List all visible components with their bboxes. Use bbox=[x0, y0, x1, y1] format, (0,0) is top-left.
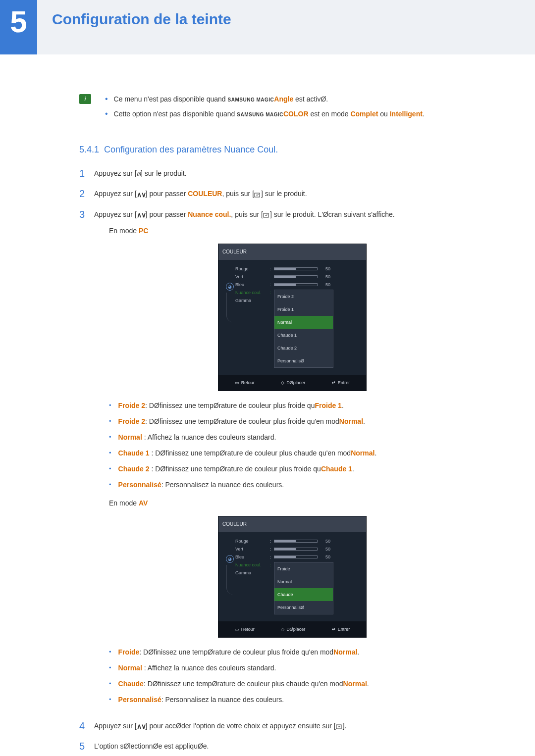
palette-icon: ◕ bbox=[226, 283, 234, 291]
osd-couleur-pc: COULEUR ◕ Rouge:50 Vert:50 Bleu:50 Nuanc… bbox=[218, 244, 367, 391]
chapter-title: Configuration de la teinte bbox=[37, 0, 231, 28]
osd-option: Froide 1 bbox=[274, 303, 333, 316]
osd-enter-hint: Entrer bbox=[332, 377, 350, 389]
up-down-key-icon bbox=[137, 209, 146, 221]
bullet-icon: • bbox=[109, 647, 111, 657]
bullet-icon: • bbox=[109, 662, 111, 673]
osd-option: Normal bbox=[274, 575, 333, 588]
definition-term: Froide 2 bbox=[118, 402, 145, 409]
enter-key-icon bbox=[336, 720, 343, 732]
osd-footer: Retour DØplacer Entrer bbox=[218, 375, 366, 391]
note-availability-1: i • Ce menu n'est pas disponible quand S… bbox=[79, 94, 490, 105]
chapter-number-badge: 5 bbox=[0, 0, 37, 54]
bullet-icon: • bbox=[109, 463, 111, 474]
osd-dropdown-pc: Froide 2Froide 1NormalChaude 1Chaude 2Pe… bbox=[274, 290, 333, 368]
definition-term: Froide bbox=[118, 648, 140, 656]
palette-icon: ◕ bbox=[226, 555, 234, 563]
definitions-av: •Froide: DØfinissez une tempØrature de c… bbox=[109, 647, 490, 705]
step-5: 5 L'option sØlectionnØe est appliquØe. bbox=[79, 740, 490, 752]
enter-key-icon bbox=[263, 209, 270, 221]
bullet-icon: • bbox=[109, 694, 111, 705]
bullet-icon: • bbox=[109, 416, 111, 427]
osd-dropdown-av: FroideNormalChaudePersonnalisØ bbox=[274, 562, 333, 614]
menu-key-icon: m bbox=[137, 168, 141, 180]
osd-enter-hint: Entrer bbox=[332, 623, 350, 635]
definition-item: •Personnalisé: Personnalisez la nuance d… bbox=[109, 694, 490, 705]
definition-term: Normal bbox=[118, 664, 142, 672]
definition-item: •Chaude 2 : DØfinissez une tempØrature d… bbox=[109, 463, 490, 474]
osd-return-hint: Retour bbox=[235, 377, 255, 389]
definition-item: •Chaude: DØfinissez une tempØrature de c… bbox=[109, 678, 490, 689]
osd-option: Chaude 1 bbox=[274, 329, 333, 342]
bullet-icon: • bbox=[109, 479, 111, 490]
osd-footer: Retour DØplacer Entrer bbox=[218, 621, 366, 637]
definition-term: Normal bbox=[118, 433, 142, 441]
definition-term: Chaude 2 bbox=[118, 465, 150, 473]
osd-title: COULEUR bbox=[218, 516, 366, 532]
step-3: 3 Appuyez sur [] pour passer Nuance coul… bbox=[79, 208, 490, 712]
bullet-icon: • bbox=[105, 94, 108, 104]
osd-return-hint: Retour bbox=[235, 623, 255, 635]
osd-option: Chaude bbox=[274, 588, 333, 601]
section-title: Configuration des paramètres Nuance Coul… bbox=[104, 145, 278, 155]
definition-item: •Froide 2: DØfinissez une tempØrature de… bbox=[109, 400, 490, 411]
up-down-key-icon bbox=[137, 720, 146, 732]
definition-term: Froide 2 bbox=[118, 417, 145, 425]
osd-option: PersonnalisØ bbox=[274, 601, 333, 614]
step-2: 2 Appuyez sur [] pour passer COULEUR, pu… bbox=[79, 188, 490, 200]
chapter-header: 5 Configuration de la teinte bbox=[0, 0, 535, 54]
osd-couleur-av: COULEUR ◕ Rouge:50 Vert:50 Bleu:50 Nuanc… bbox=[218, 516, 367, 638]
osd-option: Froide bbox=[274, 562, 333, 575]
definition-item: •Froide: DØfinissez une tempØrature de c… bbox=[109, 647, 490, 657]
bullet-icon: • bbox=[109, 448, 111, 458]
definition-term: Chaude bbox=[118, 680, 144, 688]
note-availability-2: i • Cette option n'est pas disponible qu… bbox=[79, 109, 490, 120]
samsung-magic-brand: SAMSUNG MAGIC bbox=[228, 97, 274, 102]
definition-item: •Normal : Affichez la nuance des couleur… bbox=[109, 662, 490, 673]
enter-key-icon bbox=[254, 189, 261, 201]
up-down-key-icon bbox=[137, 189, 146, 201]
osd-option: Chaude 2 bbox=[274, 342, 333, 354]
section-heading: 5.4.1 Configuration des paramètres Nuanc… bbox=[79, 145, 490, 155]
mode-pc-label: En mode PC bbox=[109, 225, 490, 237]
definition-term: Personnalisé bbox=[118, 481, 161, 489]
definition-term: Chaude 1 bbox=[118, 449, 150, 457]
osd-option: PersonnalisØ bbox=[274, 354, 333, 367]
samsung-magic-brand: SAMSUNG MAGIC bbox=[237, 112, 283, 117]
osd-move-hint: DØplacer bbox=[281, 377, 305, 389]
section-number: 5.4.1 bbox=[79, 145, 99, 155]
definition-item: •Froide 2: DØfinissez une tempØrature de… bbox=[109, 416, 490, 427]
osd-title: COULEUR bbox=[218, 244, 366, 260]
bullet-icon: • bbox=[109, 400, 111, 411]
definition-item: •Normal : Affichez la nuance des couleur… bbox=[109, 432, 490, 443]
osd-move-hint: DØplacer bbox=[281, 623, 305, 635]
definition-item: •Personnalisé: Personnalisez la nuance d… bbox=[109, 479, 490, 490]
step-1: 1 Appuyez sur [m] sur le produit. bbox=[79, 167, 490, 180]
info-icon: i bbox=[79, 94, 91, 104]
bullet-icon: • bbox=[105, 109, 108, 119]
osd-option: Normal bbox=[274, 316, 333, 329]
definition-item: •Chaude 1 : DØfinissez une tempØrature d… bbox=[109, 448, 490, 458]
definition-term: Personnalisé bbox=[118, 696, 161, 704]
osd-option: Froide 2 bbox=[274, 290, 333, 303]
definitions-pc: •Froide 2: DØfinissez une tempØrature de… bbox=[109, 400, 490, 490]
step-4: 4 Appuyez sur [] pour accØder l'option d… bbox=[79, 720, 490, 732]
bullet-icon: • bbox=[109, 432, 111, 443]
bullet-icon: • bbox=[109, 678, 111, 689]
mode-av-label: En mode AV bbox=[109, 497, 490, 509]
